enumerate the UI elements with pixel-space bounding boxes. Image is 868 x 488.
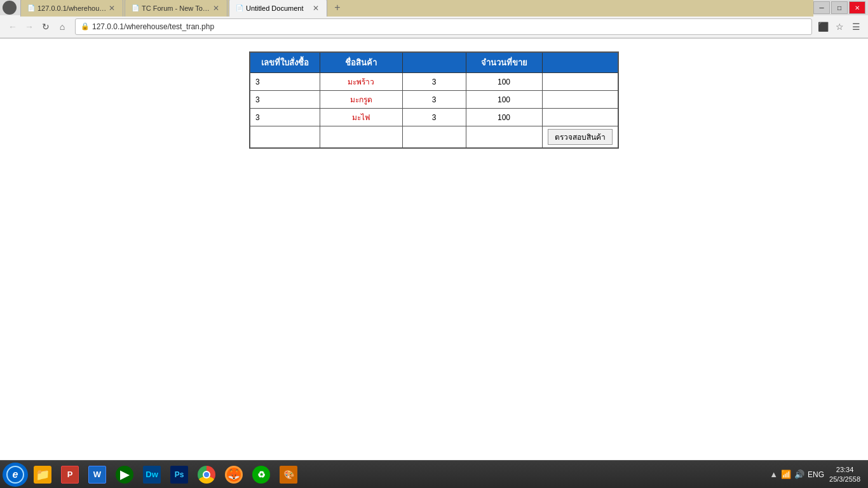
table-row: 3 มะพร้าว 3 100 xyxy=(250,73,618,91)
clock-time: 23:34 xyxy=(829,465,860,474)
tab-3-label: Untitled Document xyxy=(246,4,304,12)
check-product-button[interactable]: ตรวจสอบสินค้า xyxy=(548,129,613,145)
refresh-button[interactable]: ↻ xyxy=(38,19,53,34)
speaker-icon: 🔊 xyxy=(794,470,804,479)
taskbar: e 📁 P W ▶ Dw Ps xyxy=(0,460,868,488)
table-header-row: เลขที่ใบสั่งซื้อ ชื่อสินค้า จำนวนที่ขาย xyxy=(250,52,618,73)
taskbar-icon-ie[interactable]: e xyxy=(3,463,28,487)
cell-action-1 xyxy=(542,73,618,91)
network-icon: 📶 xyxy=(781,470,791,479)
header-empty-2 xyxy=(542,52,618,73)
cell-id-1: 3 xyxy=(250,73,320,91)
tab-2[interactable]: 📄 TC Forum - New Topic :: # ✕ xyxy=(125,0,227,17)
cell-name-2: มะกรูด xyxy=(320,91,402,109)
cell-sold-2: 100 xyxy=(466,91,542,109)
cell-sold-3: 100 xyxy=(466,109,542,126)
taskbar-icon-folder[interactable]: 📁 xyxy=(30,463,55,487)
forward-button[interactable]: → xyxy=(22,19,37,34)
profile-icon xyxy=(3,1,17,15)
menu-icon[interactable]: ☰ xyxy=(849,20,863,34)
address-text: 127.0.0.1/wherehouse/test_tran.php xyxy=(92,22,214,31)
tab-1-label: 127.0.0.1/wherehouse/rep... xyxy=(37,4,107,12)
data-table: เลขที่ใบสั่งซื้อ ชื่อสินค้า จำนวนที่ขาย … xyxy=(249,51,619,149)
nav-bar: ← → ↻ ⌂ 🔒 127.0.0.1/wherehouse/test_tran… xyxy=(0,15,868,38)
table-row: 3 มะไฟ 3 100 xyxy=(250,109,618,126)
taskbar-right: ▲ 📶 🔊 ENG 23:34 25/3/2558 xyxy=(770,465,865,484)
footer-cell-3 xyxy=(402,126,466,149)
taskbar-icon-photoshop[interactable]: Ps xyxy=(166,463,192,487)
tab-1-close[interactable]: ✕ xyxy=(107,4,116,13)
taskbar-icon-media[interactable]: ▶ xyxy=(112,463,137,487)
tab-2-close[interactable]: ✕ xyxy=(212,4,220,13)
taskbar-icon-chrome[interactable] xyxy=(194,463,219,487)
cell-sold-1: 100 xyxy=(466,73,542,91)
title-bar: 📄 127.0.0.1/wherehouse/rep... ✕ 📄 TC For… xyxy=(0,0,868,15)
new-tab-button[interactable]: + xyxy=(329,0,346,17)
taskbar-icon-paint[interactable]: 🎨 xyxy=(276,463,301,487)
taskbar-clock[interactable]: 23:34 25/3/2558 xyxy=(829,465,860,484)
tab-2-label: TC Forum - New Topic :: # xyxy=(142,4,212,12)
taskbar-icon-firefox[interactable]: 🦊 xyxy=(221,463,247,487)
star-icon[interactable]: ☆ xyxy=(832,20,846,34)
table-footer-row: ตรวจสอบสินค้า xyxy=(250,126,618,149)
clock-date: 25/3/2558 xyxy=(829,475,860,484)
footer-cell-5: ตรวจสอบสินค้า xyxy=(542,126,618,149)
taskbar-icons: e 📁 P W ▶ Dw Ps xyxy=(3,463,770,487)
taskbar-icon-powerpoint[interactable]: P xyxy=(57,463,83,487)
arrow-up-icon: ▲ xyxy=(770,470,778,479)
browser-chrome: 📄 127.0.0.1/wherehouse/rep... ✕ 📄 TC For… xyxy=(0,0,868,39)
table-row: 3 มะกรูด 3 100 xyxy=(250,91,618,109)
cell-id-2: 3 xyxy=(250,91,320,109)
header-order-id: เลขที่ใบสั่งซื้อ xyxy=(250,52,320,73)
maximize-button[interactable]: □ xyxy=(831,1,848,14)
window-controls: ─ □ ✕ xyxy=(813,1,865,14)
home-button[interactable]: ⌂ xyxy=(55,19,70,34)
header-sold-qty: จำนวนที่ขาย xyxy=(466,52,542,73)
footer-cell-4 xyxy=(466,126,542,149)
taskbar-icon-dreamweaver[interactable]: Dw xyxy=(139,463,165,487)
tab-3-close[interactable]: ✕ xyxy=(311,4,320,13)
back-button[interactable]: ← xyxy=(5,19,20,34)
address-bar[interactable]: 🔒 127.0.0.1/wherehouse/test_tran.php xyxy=(75,18,812,35)
cell-name-1: มะพร้าว xyxy=(320,73,402,91)
cell-action-3 xyxy=(542,109,618,126)
cell-action-2 xyxy=(542,91,618,109)
tab-1[interactable]: 📄 127.0.0.1/wherehouse/rep... ✕ xyxy=(20,0,123,17)
address-lock-icon: 🔒 xyxy=(81,22,90,30)
close-button[interactable]: ✕ xyxy=(849,1,865,14)
cell-qty-3: 3 xyxy=(402,109,466,126)
cell-qty-1: 3 xyxy=(402,73,466,91)
minimize-button[interactable]: ─ xyxy=(813,1,830,14)
cell-qty-2: 3 xyxy=(402,91,466,109)
cell-name-3: มะไฟ xyxy=(320,109,402,126)
nav-right-icons: ⬛ ☆ ☰ xyxy=(816,20,863,34)
header-empty-1 xyxy=(402,52,466,73)
taskbar-icon-word[interactable]: W xyxy=(85,463,110,487)
main-content: เลขที่ใบสั่งซื้อ ชื่อสินค้า จำนวนที่ขาย … xyxy=(0,39,868,149)
footer-cell-2 xyxy=(320,126,402,149)
taskbar-icon-green[interactable]: ♻ xyxy=(248,463,274,487)
bookmarks-manager-icon[interactable]: ⬛ xyxy=(816,20,830,34)
header-product-name: ชื่อสินค้า xyxy=(320,52,402,73)
taskbar-sys-icons: ▲ 📶 🔊 ENG xyxy=(770,470,824,479)
footer-cell-1 xyxy=(250,126,320,149)
cell-id-3: 3 xyxy=(250,109,320,126)
tab-3[interactable]: 📄 Untitled Document ✕ xyxy=(229,0,327,17)
language-label: ENG xyxy=(808,470,824,479)
